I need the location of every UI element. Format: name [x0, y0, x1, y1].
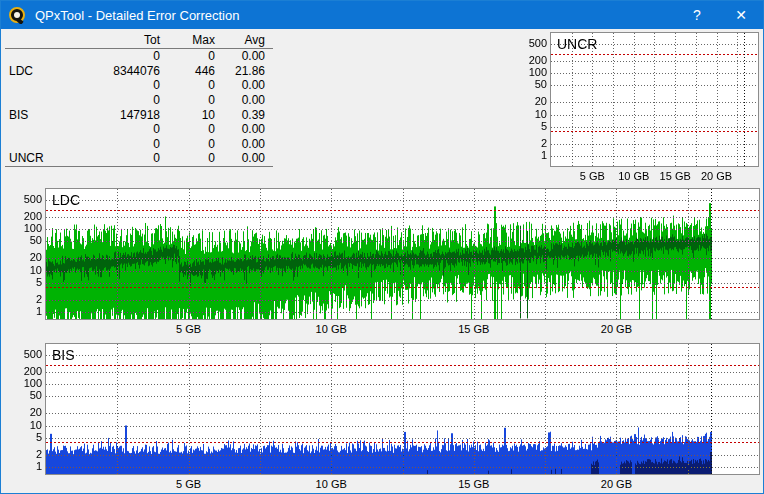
y-tick-label: 20	[509, 95, 547, 107]
x-tick-label: 10 GB	[308, 323, 354, 335]
table-row: 000.00	[5, 78, 273, 93]
table-row-ldc: LDC834407644621.86	[5, 64, 273, 79]
table-cell: 0	[60, 49, 160, 63]
table-cell: 0	[60, 137, 160, 151]
y-tick-label: 50	[4, 234, 42, 246]
y-tick-label: 1	[509, 149, 547, 161]
chart-title-bis: BIS	[52, 347, 75, 363]
window-title: QPxTool - Detailed Error Correction	[35, 8, 675, 23]
window: QPxTool - Detailed Error Correction ? ✕ …	[0, 0, 764, 494]
close-button[interactable]: ✕	[719, 1, 763, 29]
y-tick-label: 50	[509, 78, 547, 90]
y-tick-label: 10	[4, 264, 42, 276]
y-tick-label: 500	[509, 37, 547, 49]
y-tick-label: 5	[4, 431, 42, 443]
table-cell: 21.86	[215, 64, 267, 78]
chart-title-uncr: UNCR	[557, 36, 597, 52]
y-tick-label: 50	[4, 389, 42, 401]
y-tick-label: 100	[509, 66, 547, 78]
x-tick-label: 15 GB	[451, 323, 497, 335]
column-header-max: Max	[160, 33, 215, 47]
column-header-avg: Avg	[215, 33, 267, 47]
x-tick-label: 20 GB	[694, 170, 740, 182]
y-tick-label: 2	[4, 448, 42, 460]
table-cell: 0.00	[215, 151, 267, 165]
table-row-uncr: UNCR000.00	[5, 151, 273, 166]
titlebar[interactable]: QPxTool - Detailed Error Correction ? ✕	[1, 1, 763, 29]
y-tick-label: 5	[4, 276, 42, 288]
table-cell: 0	[160, 122, 215, 136]
table-cell: 0.00	[215, 93, 267, 107]
table-cell: 0	[160, 151, 215, 165]
x-tick-label: 20 GB	[593, 323, 639, 335]
table-cell: 0	[160, 93, 215, 107]
y-tick-label: 1	[4, 460, 42, 472]
ldc-plot-canvas	[45, 188, 760, 320]
help-button[interactable]: ?	[675, 1, 719, 29]
y-tick-label: 20	[4, 251, 42, 263]
table-row: 000.00	[5, 137, 273, 152]
y-tick-label: 5	[509, 120, 547, 132]
table-cell: 0.00	[215, 78, 267, 92]
table-cell: BIS	[5, 108, 60, 122]
table-row: 000.00	[5, 49, 273, 64]
app-icon	[9, 7, 26, 24]
y-tick-label: 2	[4, 293, 42, 305]
table-cell: 0	[60, 78, 160, 92]
y-tick-label: 20	[4, 406, 42, 418]
x-tick-label: 10 GB	[308, 478, 354, 490]
y-tick-label: 100	[4, 377, 42, 389]
table-cell: 0.00	[215, 49, 267, 63]
stats-table-header: TotMaxAvg	[5, 32, 273, 49]
bis-plot-canvas	[45, 343, 760, 475]
uncr-plot-canvas	[550, 32, 759, 167]
x-tick-label: 15 GB	[652, 170, 698, 182]
table-cell: 0	[60, 93, 160, 107]
table-cell: 0	[60, 122, 160, 136]
y-tick-label: 200	[4, 210, 42, 222]
y-tick-label: 10	[509, 108, 547, 120]
chart-title-ldc: LDC	[52, 192, 80, 208]
column-header-tot: Tot	[60, 33, 160, 47]
x-tick-label: 5 GB	[166, 323, 212, 335]
y-tick-label: 2	[509, 137, 547, 149]
y-tick-label: 500	[4, 193, 42, 205]
table-cell: 446	[160, 64, 215, 78]
y-tick-label: 1	[4, 305, 42, 317]
table-cell: LDC	[5, 64, 60, 78]
table-cell: 147918	[60, 108, 160, 122]
table-cell: 10	[160, 108, 215, 122]
x-tick-label: 15 GB	[451, 478, 497, 490]
x-tick-label: 5 GB	[166, 478, 212, 490]
table-cell: 0.39	[215, 108, 267, 122]
table-row: 000.00	[5, 122, 273, 137]
stats-table-body: 000.00LDC834407644621.86000.00000.00BIS1…	[5, 49, 273, 167]
x-tick-label: 20 GB	[593, 478, 639, 490]
table-cell: 8344076	[60, 64, 160, 78]
table-cell: 0	[160, 49, 215, 63]
table-cell: 0.00	[215, 137, 267, 151]
stats-table: TotMaxAvg000.00LDC834407644621.86000.000…	[5, 32, 273, 167]
table-cell: 0	[160, 78, 215, 92]
x-tick-label: 10 GB	[611, 170, 657, 182]
x-tick-label: 5 GB	[569, 170, 615, 182]
table-cell: UNCR	[5, 151, 60, 165]
table-row: 000.00	[5, 93, 273, 108]
y-tick-label: 100	[4, 222, 42, 234]
y-tick-label: 500	[4, 348, 42, 360]
table-row-bis: BIS147918100.39	[5, 107, 273, 122]
y-tick-label: 10	[4, 419, 42, 431]
y-tick-label: 200	[509, 54, 547, 66]
table-cell: 0	[60, 151, 160, 165]
table-cell: 0.00	[215, 122, 267, 136]
y-tick-label: 200	[4, 365, 42, 377]
table-cell: 0	[160, 137, 215, 151]
